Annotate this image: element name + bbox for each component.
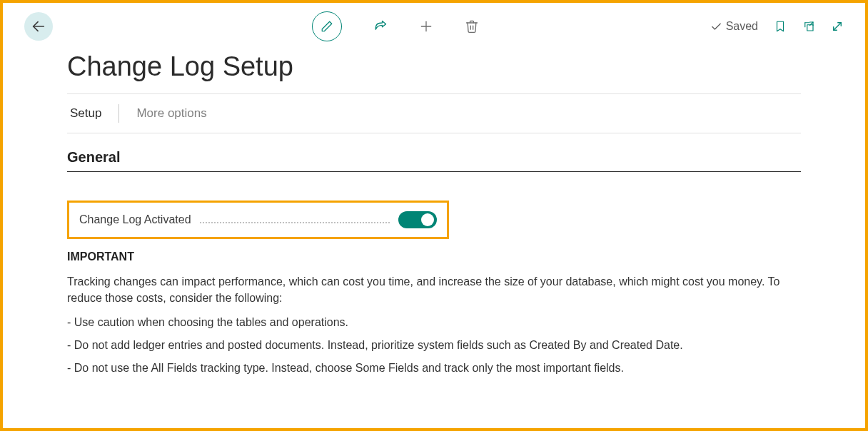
svg-line-4 bbox=[834, 23, 842, 31]
expand-icon bbox=[831, 20, 844, 33]
edit-button[interactable] bbox=[312, 11, 342, 41]
dotted-leader bbox=[200, 222, 390, 223]
arrow-left-icon bbox=[31, 19, 46, 34]
delete-button[interactable] bbox=[465, 19, 479, 34]
important-intro: Tracking changes can impact performance,… bbox=[67, 273, 795, 306]
plus-icon bbox=[419, 19, 433, 34]
back-button[interactable] bbox=[24, 12, 53, 41]
expand-button[interactable] bbox=[831, 20, 844, 33]
change-log-activated-field: Change Log Activated bbox=[67, 201, 449, 239]
divider bbox=[67, 133, 801, 133]
pop-out-icon bbox=[802, 20, 815, 33]
topbar: Saved bbox=[3, 3, 865, 41]
tab-divider bbox=[118, 104, 119, 123]
change-log-activated-label: Change Log Activated bbox=[79, 213, 191, 226]
trash-icon bbox=[465, 19, 479, 34]
important-bullet: - Do not add ledger entries and posted d… bbox=[67, 339, 801, 352]
bookmark-button[interactable] bbox=[774, 20, 787, 33]
tab-more-options[interactable]: More options bbox=[136, 106, 206, 121]
important-bullet: - Use caution when choosing the tables a… bbox=[67, 316, 801, 329]
action-bar-center bbox=[94, 11, 697, 41]
toggle-knob bbox=[421, 213, 434, 226]
important-bullet: - Do not use the All Fields tracking typ… bbox=[67, 362, 801, 375]
saved-label: Saved bbox=[726, 20, 758, 33]
tab-setup[interactable]: Setup bbox=[70, 106, 101, 121]
pop-out-button[interactable] bbox=[802, 20, 815, 33]
pencil-icon bbox=[321, 20, 333, 33]
app-frame: Saved bbox=[0, 0, 868, 431]
page-title: Change Log Setup bbox=[67, 51, 801, 82]
action-bar-right: Saved bbox=[710, 20, 844, 33]
new-button[interactable] bbox=[419, 19, 433, 34]
check-icon bbox=[710, 21, 722, 33]
action-tabs: Setup More options bbox=[67, 94, 801, 133]
svg-rect-3 bbox=[807, 25, 813, 31]
saved-indicator: Saved bbox=[710, 20, 758, 33]
section-general-title: General bbox=[67, 149, 801, 172]
bookmark-icon bbox=[774, 20, 787, 33]
share-icon bbox=[373, 19, 388, 34]
change-log-activated-toggle[interactable] bbox=[398, 211, 437, 228]
important-heading: IMPORTANT bbox=[67, 250, 801, 263]
page-content: Change Log Setup Setup More options Gene… bbox=[3, 41, 865, 375]
share-button[interactable] bbox=[373, 19, 388, 34]
